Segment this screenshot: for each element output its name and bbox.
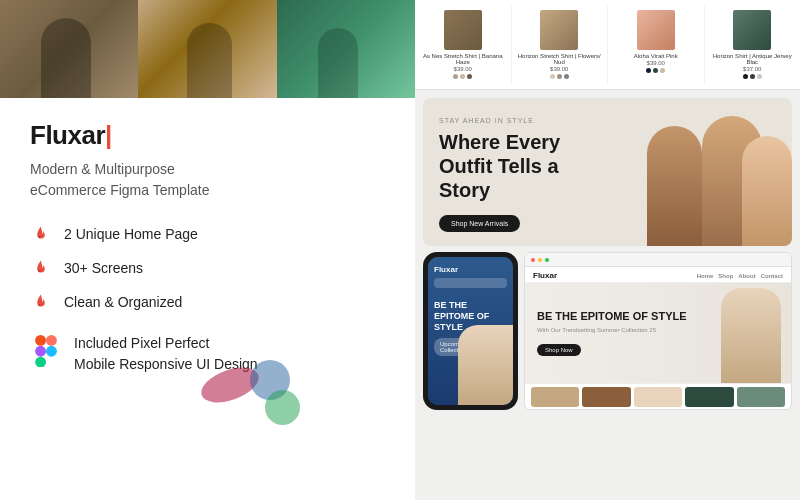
prod-name-2: Horizon Stretch Shirt | Flowers/ Nud [515, 53, 605, 65]
svg-point-1 [38, 270, 40, 272]
mobile-bg: Fluxar BE THE EPITOME OF STYLE Upcoming … [428, 257, 513, 405]
prod-name-1: As Nes Stretch Shirt | Banana Haze [418, 53, 508, 65]
figma-line2: Mobile Responsive UI Design [74, 356, 258, 372]
mobile-screen: Fluxar BE THE EPITOME OF STYLE Upcoming … [428, 257, 513, 405]
feature-list: 2 Unique Home Page 30+ Screens [30, 223, 385, 313]
mobile-hero-line1: BE THE EPITOME OF [434, 300, 489, 321]
prod-dots-3 [646, 68, 665, 73]
close-dot [531, 258, 535, 262]
prod-price-2: $39.00 [550, 66, 568, 72]
figma-icon [30, 335, 62, 367]
prod-price-3: $39.00 [647, 60, 665, 66]
desktop-nav: Home Shop About Contact [697, 273, 783, 279]
feature-item-3: Clean & Organized [30, 291, 385, 313]
mobile-model-figure [458, 325, 513, 405]
dot [460, 74, 465, 79]
desktop-prod-mini-4 [685, 387, 733, 407]
prod-price-1: $39.00 [454, 66, 472, 72]
dot [653, 68, 658, 73]
nav-item: About [738, 273, 755, 279]
desktop-prod-mini-5 [737, 387, 785, 407]
hero-heading-line1: Where Every [439, 131, 560, 153]
image-1 [0, 0, 138, 98]
main-content: Fluxar| Modern & Multipurpose eCommerce … [0, 98, 415, 395]
prod-price-4: $37.00 [743, 66, 761, 72]
svg-rect-4 [46, 335, 57, 346]
prod-dots-2 [550, 74, 569, 79]
maximize-dot [545, 258, 549, 262]
product-thumb-1 [444, 10, 482, 50]
desktop-hero-heading: BE THE EPITOME OF STYLE [537, 310, 687, 323]
dot [750, 74, 755, 79]
hero-text-block: STAY AHEAD IN STYLE Where Every Outfit T… [423, 103, 792, 246]
image-3 [277, 0, 415, 98]
top-images [0, 0, 415, 98]
dot [660, 68, 665, 73]
flame-icon-3 [30, 291, 52, 313]
dot [453, 74, 458, 79]
desktop-hero: BE THE EPITOME OF STYLE With Our Trendse… [525, 283, 791, 383]
brand-title: Fluxar| [30, 120, 385, 151]
hero-shop-button[interactable]: Shop New Arrivals [439, 215, 520, 232]
dot [646, 68, 651, 73]
subtitle-line2: eCommerce Figma Template [30, 182, 209, 198]
dot [550, 74, 555, 79]
dot [564, 74, 569, 79]
feature-text-2: 30+ Screens [64, 260, 143, 276]
desktop-hero-text: BE THE EPITOME OF STYLE With Our Trendse… [525, 300, 699, 366]
desktop-prod-mini-3 [634, 387, 682, 407]
dot [743, 74, 748, 79]
svg-rect-3 [35, 335, 46, 346]
desktop-prod-mini-1 [531, 387, 579, 407]
nav-item: Shop [718, 273, 733, 279]
desktop-prod-mini-2 [582, 387, 630, 407]
subtitle-line1: Modern & Multipurpose [30, 161, 175, 177]
prod-name-3: Aloha Virait Pink [634, 53, 678, 59]
svg-point-7 [46, 346, 57, 357]
desktop-title-bar [525, 253, 791, 267]
nav-item: Home [697, 273, 714, 279]
hero-heading-line2: Outfit Tells a [439, 155, 559, 177]
minimize-dot [538, 258, 542, 262]
feature-item-1: 2 Unique Home Page [30, 223, 385, 245]
product-item-3: Aloha Virait Pink $39.00 [608, 6, 705, 83]
figma-feature-text: Included Pixel Perfect Mobile Responsive… [74, 333, 258, 375]
right-panel: As Nes Stretch Shirt | Banana Haze $39.0… [415, 0, 800, 500]
figma-line1: Included Pixel Perfect [74, 335, 209, 351]
feature-text-1: 2 Unique Home Page [64, 226, 198, 242]
svg-point-0 [38, 236, 40, 238]
left-panel: Fluxar| Modern & Multipurpose eCommerce … [0, 0, 415, 500]
hero-heading: Where Every Outfit Tells a Story [439, 130, 776, 202]
mobile-hero-line2: STYLE [434, 322, 463, 332]
brand-name: Fluxar [30, 120, 105, 150]
product-strip: As Nes Stretch Shirt | Banana Haze $39.0… [415, 0, 800, 90]
hero-banner: STAY AHEAD IN STYLE Where Every Outfit T… [423, 98, 792, 246]
flame-icon-2 [30, 257, 52, 279]
product-item-1: As Nes Stretch Shirt | Banana Haze $39.0… [415, 6, 512, 83]
figma-feature: Included Pixel Perfect Mobile Responsive… [30, 333, 385, 375]
dot [757, 74, 762, 79]
feature-item-2: 30+ Screens [30, 257, 385, 279]
prod-name-4: Horizon Shirt | Antique Jersey Blac [708, 53, 798, 65]
desktop-cta-button[interactable]: Shop Now [537, 344, 581, 356]
brand-cursor: | [105, 120, 112, 150]
product-thumb-3 [637, 10, 675, 50]
product-subtitle: Modern & Multipurpose eCommerce Figma Te… [30, 159, 385, 201]
dot [557, 74, 562, 79]
product-thumb-2 [540, 10, 578, 50]
desktop-products-row [525, 383, 791, 410]
nav-item: Contact [761, 273, 783, 279]
feature-text-3: Clean & Organized [64, 294, 182, 310]
svg-rect-5 [35, 346, 46, 357]
svg-point-2 [38, 304, 40, 306]
svg-rect-6 [35, 357, 46, 367]
mobile-search-bar [434, 278, 507, 288]
mobile-brand: Fluxar [428, 257, 513, 276]
devices-row: Fluxar BE THE EPITOME OF STYLE Upcoming … [415, 252, 800, 410]
hero-heading-line3: Story [439, 179, 490, 201]
desktop-brand: Fluxar [533, 271, 557, 280]
product-item-4: Horizon Shirt | Antique Jersey Blac $37.… [705, 6, 801, 83]
blob-green [265, 390, 300, 425]
product-item-2: Horizon Stretch Shirt | Flowers/ Nud $39… [512, 6, 609, 83]
flame-icon-1 [30, 223, 52, 245]
